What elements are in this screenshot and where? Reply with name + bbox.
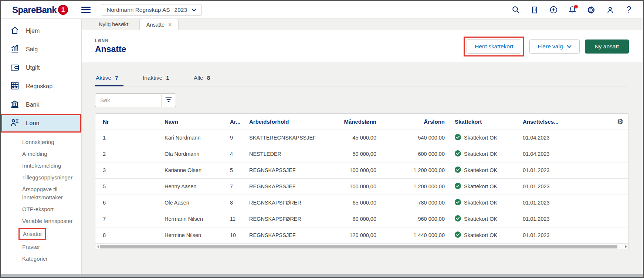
close-icon[interactable]: × <box>168 22 172 28</box>
profile-icon[interactable] <box>606 6 614 14</box>
tab-label: Ansatte <box>146 22 165 28</box>
logo-one-badge: 1 <box>58 5 68 15</box>
fiscal-year: 2023 <box>174 7 187 13</box>
sidebar-subitem[interactable]: Lønnskjøring <box>22 136 78 148</box>
column-header-manedslonn[interactable]: Månedslønn <box>328 114 384 130</box>
skattekort-status: Skattekort OK <box>464 183 497 189</box>
skattekort-ok-check-icon <box>455 167 461 174</box>
sparebank-logo: SpareBank 1 <box>12 5 68 15</box>
employee-table-card: Nr Navn Ar... Arbeidsforhold Månedslønn … <box>95 113 629 250</box>
filter-button[interactable] <box>162 93 176 107</box>
sidebar-item-salg[interactable]: Salg <box>1 40 81 59</box>
employee-table-body: 1 Kari Nordmann 9 SKATTEREGNSKAPSSJEF 45… <box>95 130 628 243</box>
app-window: SpareBank 1 Nordmann Regnskap AS 2023 <box>0 0 644 278</box>
employee-row[interactable]: 5 Henny Aasen 7 REGNSKAPSSJEF 100 000,00… <box>95 178 628 195</box>
skattekort-status: Skattekort OK <box>464 167 497 173</box>
help-icon[interactable]: ? <box>624 6 633 14</box>
skattekort-ok-check-icon <box>455 215 461 223</box>
column-header-navn[interactable]: Navn <box>164 114 229 130</box>
notifications-bell-icon[interactable] <box>568 6 577 14</box>
column-header-ar[interactable]: Ar... <box>229 114 248 130</box>
sidebar-subitem[interactable]: Kategorier <box>22 253 78 265</box>
ny-ansatt-button[interactable]: Ny ansatt <box>585 40 629 54</box>
content-area: Nylig besøkt: Ansatte × LØNN Ansatte Hen… <box>82 19 643 274</box>
sidebar-item-label: Lønn <box>26 120 39 127</box>
sidebar-subnav: LønnskjøringA-meldingInntektsmeldingTill… <box>22 136 81 265</box>
horizontal-scrollbar[interactable] <box>95 244 628 250</box>
skattekort-ok-check-icon <box>455 231 461 239</box>
sidebar-item-label: Utgift <box>26 65 40 71</box>
company-icon[interactable] <box>530 6 539 14</box>
settings-gear-icon[interactable] <box>587 6 596 14</box>
column-header-ansettelses[interactable]: Ansettelses... <box>517 114 609 130</box>
employee-row[interactable]: 3 Karianne Olsen 5 REGNSKAPSSJEF 100 000… <box>95 162 628 178</box>
column-header-nr[interactable]: Nr <box>95 114 164 130</box>
sidebar-subitem[interactable]: Inntektsmelding <box>22 160 78 172</box>
employee-row[interactable]: 8 Hermine Nilsen 10 REGNSKAPSSJEF 120 00… <box>95 227 628 243</box>
sidebar-item-label: Regnskap <box>26 83 52 90</box>
breadcrumb-eyebrow: LØNN <box>95 38 126 43</box>
sidebar-item-bank[interactable]: Bank <box>1 96 81 114</box>
abacus-icon <box>10 81 20 92</box>
sales-chart-icon <box>10 44 20 55</box>
filter-tab-count: 7 <box>115 75 118 81</box>
sidebar-item-utgift[interactable]: Utgift <box>1 59 81 77</box>
sidebar-subitem[interactable]: A-melding <box>22 148 78 160</box>
sidebar: Hjem Salg Utgift Regnskap Bank Lønn <box>1 19 82 274</box>
sidebar-item-label: Hjem <box>26 28 40 34</box>
topbar: SpareBank 1 Nordmann Regnskap AS 2023 <box>1 1 643 19</box>
filter-tab[interactable]: Inaktive 1 <box>142 71 178 86</box>
sidebar-item-regnskap[interactable]: Regnskap <box>1 77 81 96</box>
skattekort-ok-check-icon <box>455 134 461 141</box>
sidebar-subitem[interactable]: Variable lønnsposter <box>22 215 78 227</box>
skattekort-status: Skattekort OK <box>464 135 497 141</box>
sidebar-item-hjem[interactable]: Hjem <box>1 22 81 40</box>
employee-row[interactable]: 1 Kari Nordmann 9 SKATTEREGNSKAPSSJEF 45… <box>95 130 628 146</box>
filter-list-icon <box>165 97 172 104</box>
add-circle-icon[interactable] <box>549 6 558 14</box>
sidebar-subitem[interactable]: Fravær <box>22 241 78 253</box>
filter-tab[interactable]: Aktive 7 <box>95 71 127 86</box>
table-header-row: Nr Navn Ar... Arbeidsforhold Månedslønn … <box>95 114 628 130</box>
sidebar-subitem[interactable]: Tilleggsopplysninger <box>22 172 78 183</box>
scroll-right-arrow-icon[interactable] <box>624 245 627 248</box>
employee-row[interactable]: 7 Hermann Nilsen 11 REGNSKAPSFØRER 80 00… <box>95 211 628 227</box>
page-body: Aktive 7 Inaktive 1 Alle 8 <box>82 62 643 274</box>
page-title: Ansatte <box>95 44 126 54</box>
search-row <box>95 93 629 107</box>
employee-row[interactable]: 2 Ola Nordmann 4 NESTLEDER 50 000,00 600… <box>95 146 628 162</box>
sidebar-item-lonn[interactable]: Lønn <box>1 114 81 133</box>
employee-row[interactable]: 6 Ole Aasen 8 REGNSKAPSFØRER 65 000,00 7… <box>95 195 628 211</box>
skattekort-status: Skattekort OK <box>464 216 497 222</box>
search-input[interactable] <box>95 93 162 107</box>
hent-skattekort-button[interactable]: Hent skattekort <box>467 40 521 54</box>
sidebar-subitem[interactable]: OTP-eksport <box>22 203 78 215</box>
scroll-left-arrow-icon[interactable] <box>96 245 99 248</box>
skattekort-ok-check-icon <box>455 199 461 206</box>
employee-table: Nr Navn Ar... Arbeidsforhold Månedslønn … <box>95 114 628 244</box>
search-icon[interactable] <box>511 6 520 14</box>
filter-tab-count: 8 <box>207 75 210 81</box>
skattekort-status: Skattekort OK <box>464 232 497 238</box>
tab-ansatte[interactable]: Ansatte × <box>139 19 179 30</box>
sidebar-subitem[interactable]: Ansatte <box>22 227 78 241</box>
scrollbar-thumb[interactable] <box>100 245 617 248</box>
chevron-down-icon <box>567 43 572 50</box>
flere-valg-button[interactable]: Flere valg <box>529 40 579 54</box>
menu-hamburger-icon[interactable] <box>81 7 91 13</box>
column-header-arslonn[interactable]: Årslønn <box>384 114 452 130</box>
skattekort-ok-check-icon <box>455 150 461 158</box>
column-header-arbeidsforhold[interactable]: Arbeidsforhold <box>248 114 328 130</box>
sidebar-subitem[interactable]: Årsoppgave til inntektsmottaker <box>22 183 78 203</box>
filter-tab[interactable]: Alle 8 <box>193 71 219 86</box>
skattekort-ok-check-icon <box>455 183 461 190</box>
scrollbar-track[interactable] <box>100 245 624 248</box>
company-name: Nordmann Regnskap AS <box>107 7 170 13</box>
logo-text: SpareBank <box>12 5 57 15</box>
company-selector[interactable]: Nordmann Regnskap AS 2023 <box>102 4 201 16</box>
column-settings-gear-icon[interactable]: ⚙ <box>609 114 628 130</box>
column-header-skattekort[interactable]: Skattekort <box>452 114 517 130</box>
bank-icon <box>10 99 20 110</box>
filter-tab-count: 1 <box>166 75 169 81</box>
home-icon <box>10 25 20 37</box>
